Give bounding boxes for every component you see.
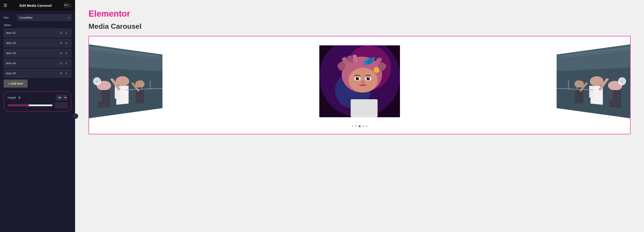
carousel-dots bbox=[91, 125, 628, 127]
slide-item-1-label: Item #1 bbox=[6, 31, 59, 35]
carousel-arrow-right[interactable]: › bbox=[618, 77, 626, 85]
skin-field-row: Skin Coverflow Default Slideshow ▾ bbox=[4, 14, 72, 21]
svg-rect-55 bbox=[576, 80, 577, 90]
height-value-input[interactable]: 342 bbox=[55, 102, 68, 108]
sidebar-content: Skin Coverflow Default Slideshow ▾ Slide… bbox=[0, 11, 75, 232]
skin-select[interactable]: Coverflow Default Slideshow bbox=[17, 14, 72, 21]
carousel-page-title: Media Carousel bbox=[88, 22, 630, 31]
svg-rect-17 bbox=[142, 79, 142, 90]
svg-rect-54 bbox=[568, 79, 569, 89]
carousel-dot-3[interactable] bbox=[359, 125, 360, 127]
svg-point-33 bbox=[361, 81, 364, 83]
slide-item-3-copy-btn[interactable]: ⧉ bbox=[59, 51, 64, 55]
slider-row: 342 bbox=[8, 102, 68, 108]
svg-rect-18 bbox=[150, 80, 151, 89]
carousel-dot-1[interactable] bbox=[352, 125, 353, 127]
svg-rect-44 bbox=[615, 90, 621, 103]
slide-item-1-delete-btn[interactable]: ✕ bbox=[64, 31, 69, 35]
slide-item-5[interactable]: Item #5 ⧉ ✕ bbox=[4, 69, 72, 78]
hamburger-icon[interactable]: ☰ bbox=[4, 3, 7, 8]
carousel-dot-5[interactable] bbox=[366, 125, 368, 127]
height-unit-select[interactable]: px % em vh bbox=[56, 95, 68, 100]
svg-rect-36 bbox=[351, 99, 378, 117]
slide-item-5-copy-btn[interactable]: ⧉ bbox=[59, 71, 64, 76]
sidebar-header: ☰ Edit Media Carousel ::: bbox=[0, 0, 75, 11]
carousel-dot-2[interactable] bbox=[355, 125, 357, 127]
slide-item-1[interactable]: Item #1 ⧉ ✕ bbox=[4, 29, 72, 37]
height-label: Height bbox=[8, 96, 16, 99]
slide-item-3-delete-btn[interactable]: ✕ bbox=[64, 51, 69, 55]
slide-item-1-copy-btn[interactable]: ⧉ bbox=[59, 31, 64, 35]
skin-label: Skin bbox=[4, 16, 17, 19]
height-row: Height 🖥 px % em vh bbox=[8, 95, 68, 100]
sidebar: ☰ Edit Media Carousel ::: Skin Coverflo… bbox=[0, 0, 75, 232]
slide-item-3[interactable]: Item #3 ⧉ ✕ bbox=[4, 49, 72, 57]
svg-rect-47 bbox=[589, 86, 594, 98]
slide-item-2-delete-btn[interactable]: ✕ bbox=[64, 41, 69, 45]
slide-item-2-label: Item #2 bbox=[6, 41, 59, 45]
slide-item-5-delete-btn[interactable]: ✕ bbox=[64, 71, 69, 76]
slide-item-2-copy-btn[interactable]: ⧉ bbox=[59, 41, 64, 45]
svg-point-24 bbox=[348, 68, 378, 92]
add-item-button[interactable]: + Add Item bbox=[4, 79, 28, 88]
main-content: Elementor Media Carousel ‹ bbox=[75, 0, 644, 232]
slide-item-4-copy-btn[interactable]: ⧉ bbox=[59, 61, 64, 66]
slide-item-4[interactable]: Item #4 ⧉ ✕ bbox=[4, 59, 72, 68]
slide-image-center bbox=[319, 45, 400, 117]
svg-rect-6 bbox=[97, 90, 102, 101]
slide-item-5-label: Item #5 bbox=[6, 72, 59, 75]
carousel-container: ‹ bbox=[88, 36, 630, 134]
carousel-arrow-left[interactable]: ‹ bbox=[93, 77, 101, 85]
svg-rect-7 bbox=[104, 90, 110, 102]
carousel-track: ‹ bbox=[91, 41, 628, 122]
skin-select-wrapper: Coverflow Default Slideshow ▾ bbox=[17, 14, 72, 21]
monitor-icon: 🖥 bbox=[18, 96, 21, 99]
slide-item-4-delete-btn[interactable]: ✕ bbox=[64, 61, 69, 66]
svg-rect-11 bbox=[122, 86, 128, 99]
svg-rect-43 bbox=[608, 90, 613, 101]
grid-icon[interactable]: ::: bbox=[64, 3, 72, 8]
slide-item-3-label: Item #3 bbox=[6, 51, 59, 55]
carousel-slide-center bbox=[319, 41, 400, 122]
svg-point-35 bbox=[375, 69, 378, 71]
slide-item-4-label: Item #4 bbox=[6, 62, 59, 65]
elementor-brand-title: Elementor bbox=[88, 9, 630, 19]
svg-point-28 bbox=[358, 77, 358, 78]
canvas-area: Elementor Media Carousel ‹ bbox=[75, 0, 644, 143]
carousel-dot-4[interactable] bbox=[362, 125, 364, 127]
sidebar-collapse-button[interactable]: ‹ bbox=[73, 113, 78, 119]
height-slider[interactable] bbox=[8, 103, 53, 107]
svg-point-32 bbox=[368, 77, 369, 78]
slides-label: Slides bbox=[4, 24, 72, 27]
sidebar-title: Edit Media Carousel bbox=[20, 4, 52, 8]
slide-item-2[interactable]: Item #2 ⧉ ✕ bbox=[4, 39, 72, 47]
height-section: Height 🖥 px % em vh 342 bbox=[4, 91, 72, 112]
